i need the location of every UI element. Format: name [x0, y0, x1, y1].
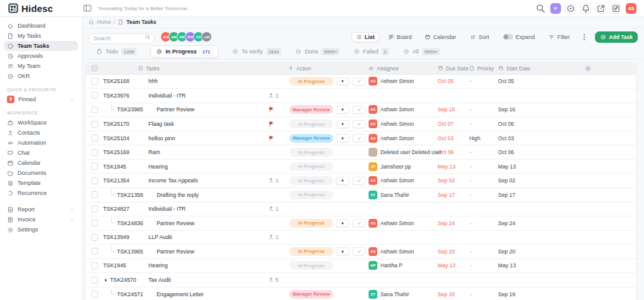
- row-checkbox[interactable]: [91, 163, 98, 170]
- tab-in-progress[interactable]: In Progress271: [150, 45, 218, 58]
- assignee-cell[interactable]: ASAshwin Simon: [369, 119, 438, 128]
- status-badge[interactable]: In Progress: [289, 261, 333, 270]
- logo[interactable]: Hidesc: [0, 3, 82, 14]
- view-button-calendar[interactable]: Calendar: [421, 32, 460, 42]
- tab-to-verify[interactable]: To verify2644: [232, 48, 281, 55]
- row-checkbox[interactable]: [91, 149, 98, 156]
- play-button[interactable]: [336, 177, 349, 185]
- notifications-bell-icon[interactable]: [580, 3, 591, 14]
- status-badge[interactable]: Manager Review: [289, 105, 333, 114]
- row-checkbox[interactable]: [91, 219, 98, 226]
- share-external-icon[interactable]: [596, 3, 606, 14]
- column-header-start-date[interactable]: Start Date: [498, 65, 580, 72]
- task-name[interactable]: Engagement Letter: [148, 291, 268, 297]
- status-badge[interactable]: In Progress: [289, 77, 333, 86]
- row-checkbox[interactable]: [91, 121, 98, 128]
- task-name[interactable]: Ram: [148, 149, 268, 155]
- row-checkbox[interactable]: [91, 78, 98, 85]
- sidebar-item-my-team[interactable]: My Team: [4, 61, 78, 71]
- sidebar-item-documents[interactable]: Documents: [4, 168, 78, 178]
- compose-edit-icon[interactable]: [611, 3, 621, 14]
- status-badge[interactable]: Manager Review: [289, 134, 333, 143]
- sidebar-item-dashboard[interactable]: Dashboard: [4, 21, 78, 31]
- sidebar-item-invoice[interactable]: Invoice: [4, 214, 78, 225]
- sidebar-item-recurrence[interactable]: Recurrence: [4, 188, 78, 198]
- sidebar-item-settings[interactable]: Settings: [4, 225, 78, 235]
- status-badge[interactable]: Manager Review: [289, 290, 333, 299]
- table-row[interactable]: TSK24571Engagement LetterManager ReviewS…: [86, 287, 636, 300]
- tab-done[interactable]: Done9999+: [295, 48, 340, 55]
- play-button[interactable]: [336, 247, 349, 255]
- complete-button[interactable]: [352, 219, 365, 227]
- sidebar-item-template[interactable]: Template: [4, 178, 78, 188]
- task-name[interactable]: Individual - ITR: [148, 92, 268, 99]
- play-button[interactable]: [336, 77, 349, 86]
- breadcrumb-current[interactable]: Team Tasks: [126, 19, 156, 25]
- table-row[interactable]: TSK23976Individual - ITR1: [86, 89, 636, 103]
- table-row[interactable]: TSK21354Income Tax Appeals1In ProgressAS…: [86, 174, 636, 188]
- assignee-cell[interactable]: JPJamsheer pp: [369, 162, 438, 171]
- status-badge[interactable]: In Progress: [289, 219, 333, 228]
- sidebar-item-pinned[interactable]: Pinned: [4, 94, 78, 104]
- status-badge[interactable]: In Progress: [289, 119, 333, 128]
- user-avatar[interactable]: AS: [626, 3, 636, 14]
- status-badge[interactable]: In Progress: [289, 247, 333, 256]
- view-button-board[interactable]: Board: [384, 32, 416, 42]
- sidebar-item-approvals[interactable]: Approvals: [4, 51, 78, 61]
- row-checkbox[interactable]: [91, 234, 98, 241]
- table-row[interactable]: TSK13949LLP Audit1: [86, 231, 636, 245]
- row-checkbox[interactable]: [91, 135, 98, 142]
- table-row[interactable]: TSK1945HearingIn ProgressJPJamsheer ppMa…: [86, 160, 636, 174]
- complete-button[interactable]: [352, 177, 365, 185]
- row-checkbox[interactable]: [91, 191, 98, 198]
- row-checkbox[interactable]: [91, 262, 98, 269]
- tab-all[interactable]: All9999+: [403, 48, 440, 55]
- column-header-action[interactable]: Action: [288, 65, 336, 72]
- assignee-cell[interactable]: STSana Thahir: [369, 191, 438, 199]
- sidebar-item-automation[interactable]: Automation: [4, 138, 78, 148]
- assignee-cell[interactable]: ASAshwin Simon: [369, 247, 438, 256]
- complete-button[interactable]: [352, 247, 365, 255]
- row-checkbox[interactable]: [91, 291, 98, 297]
- column-header-priority[interactable]: Priority: [469, 65, 498, 72]
- sidebar-item-chat[interactable]: Chat: [4, 148, 78, 158]
- complete-button[interactable]: [352, 106, 365, 114]
- members-overflow-badge[interactable]: +34: [201, 31, 212, 42]
- status-badge[interactable]: In Progress: [289, 162, 333, 171]
- play-button[interactable]: [336, 120, 349, 128]
- filter-button[interactable]: Filter: [545, 33, 574, 42]
- task-name[interactable]: hhh: [148, 78, 268, 84]
- table-row[interactable]: TSK25169RamIn ProgressDeleted user Delet…: [86, 145, 636, 160]
- add-column-button[interactable]: [580, 65, 636, 72]
- task-name[interactable]: Partner Review: [148, 248, 268, 255]
- sidebar-item-workspace[interactable]: WorkSpace: [4, 118, 78, 128]
- table-row[interactable]: TSK21358Drafting the replyIn ProgressSTS…: [86, 188, 636, 203]
- table-row[interactable]: TSK24570Tax Audit5: [86, 273, 636, 287]
- row-checkbox[interactable]: [91, 92, 98, 99]
- profile-badge[interactable]: P: [550, 3, 561, 14]
- assignee-cell[interactable]: STSana Thahir: [369, 290, 438, 299]
- search-icon[interactable]: [535, 3, 546, 14]
- more-options-icon[interactable]: [580, 32, 589, 42]
- status-badge[interactable]: In Progress: [289, 191, 333, 199]
- sidebar-item-report[interactable]: Report: [4, 204, 78, 214]
- task-name[interactable]: Partner Review: [148, 220, 268, 226]
- sidebar-item-okr[interactable]: OKR: [4, 71, 78, 81]
- row-checkbox[interactable]: [91, 106, 98, 113]
- select-all-checkbox[interactable]: [91, 65, 98, 72]
- task-name[interactable]: Hearing: [148, 262, 268, 269]
- sidebar-item-calendar[interactable]: Calendar: [4, 158, 78, 168]
- table-row[interactable]: TSK13965Partner ReviewIn ProgressASAshwi…: [86, 245, 636, 259]
- assignee-cell[interactable]: ASAshwin Simon: [369, 176, 438, 185]
- task-name[interactable]: helloo pinn: [148, 135, 268, 142]
- assignee-cell[interactable]: ASAshwin Simon: [369, 219, 438, 228]
- task-name[interactable]: Income Tax Appeals: [148, 177, 268, 184]
- task-name[interactable]: Hearing: [148, 164, 268, 170]
- row-checkbox[interactable]: [91, 177, 98, 184]
- assignee-cell[interactable]: ASAshwin Simon: [369, 77, 438, 86]
- add-task-button[interactable]: Add Task: [595, 31, 638, 43]
- complete-button[interactable]: [352, 134, 365, 142]
- row-checkbox[interactable]: [91, 206, 98, 213]
- assignee-cell[interactable]: ASAshwin Simon: [369, 105, 438, 114]
- table-row[interactable]: TSK25168hhhIn ProgressASAshwin SimonOct …: [86, 75, 636, 89]
